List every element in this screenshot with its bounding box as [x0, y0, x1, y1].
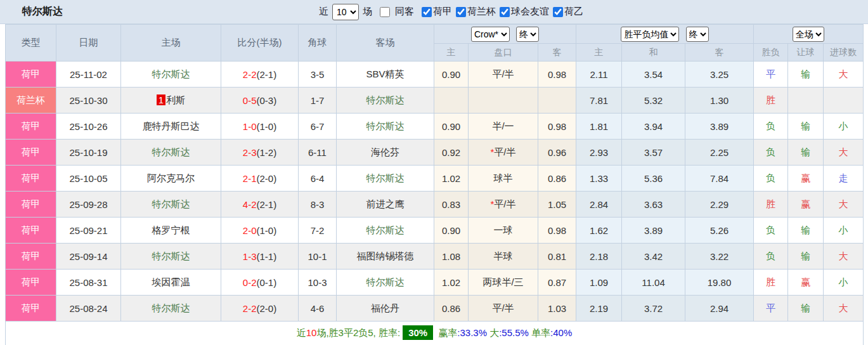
subcol-header-8: 进球数 — [824, 44, 864, 62]
goals-cell: 小 — [824, 270, 864, 296]
handicap-cell — [469, 88, 538, 114]
match-date: 25-09-28 — [56, 192, 121, 218]
avg-away-odds: 2.25 — [685, 140, 754, 166]
handicap-cell: 平/半 — [469, 296, 538, 322]
corner-cell: 4-6 — [299, 296, 337, 322]
home-team: 特尔斯达 — [121, 140, 221, 166]
result-cell: 平 — [754, 62, 788, 88]
avg-time-select[interactable]: 终 — [686, 27, 709, 42]
match-count-select[interactable]: 10 — [332, 4, 359, 20]
odds-away: 0.87 — [538, 270, 576, 296]
avg-home-odds: 1.33 — [576, 166, 622, 192]
subcol-header-3: 主 — [576, 44, 622, 62]
match-date: 25-10-05 — [56, 166, 121, 192]
subcol-header-2: 客 — [538, 44, 576, 62]
score-cell: 2-1(2-0) — [221, 166, 299, 192]
avg-odds-select[interactable]: 胜平负均值 — [621, 27, 679, 42]
match-row: 荷甲 25-10-19 特尔斯达 2-3(1-2) 6-11 海伦芬 0.92 … — [6, 140, 864, 166]
odds-away: 0.86 — [538, 166, 576, 192]
corner-cell: 8-3 — [299, 192, 337, 218]
subcol-header-6: 胜负 — [754, 44, 788, 62]
result-cell: 平 — [754, 296, 788, 322]
away-team: 前进之鹰 — [337, 192, 434, 218]
same-opponent-checkbox[interactable] — [380, 7, 390, 17]
league-filter-checkbox[interactable] — [456, 7, 466, 17]
col-header-away: 客场 — [337, 25, 434, 62]
result-cell: 负 — [754, 244, 788, 270]
match-date: 25-10-30 — [56, 88, 121, 114]
scope-select-cell: 全场 — [754, 25, 864, 44]
odds-home: 0.83 — [434, 192, 469, 218]
avg-draw-odds: 11.04 — [622, 270, 685, 296]
col-header-date: 日期 — [56, 25, 121, 62]
match-date: 25-10-19 — [56, 140, 121, 166]
league-filter-checkbox[interactable] — [500, 7, 510, 17]
avg-home-odds: 7.81 — [576, 88, 622, 114]
avg-away-odds: 3.25 — [685, 62, 754, 88]
bookmaker-select-cell: Crow* 终 — [434, 25, 576, 44]
match-row: 荷甲 25-11-02 特尔斯达 2-2(2-1) 3-5 SBV精英 0.90… — [6, 62, 864, 88]
match-row: 荷甲 25-09-28 特尔斯达 4-2(2-1) 8-3 前进之鹰 0.83 … — [6, 192, 864, 218]
avg-away-odds: 19.80 — [685, 270, 754, 296]
topbar: 特尔斯达 近 10 场 同客 荷甲荷兰杯球会友谊荷乙 — [0, 0, 868, 24]
avg-away-odds: 1.30 — [685, 88, 754, 114]
summary-text: :40% — [550, 327, 572, 338]
home-team: 特尔斯达 — [121, 244, 221, 270]
score-cell: 2-3(1-2) — [221, 140, 299, 166]
odds-home: 1.02 — [434, 166, 469, 192]
league-filter-checkbox[interactable] — [553, 7, 563, 17]
games-label: 场 — [363, 6, 372, 18]
subcol-header-7: 让球 — [788, 44, 824, 62]
odds-home: 0.90 — [434, 218, 469, 244]
match-date: 25-09-21 — [56, 218, 121, 244]
league-badge: 荷甲 — [6, 140, 56, 166]
away-team: 特尔斯达 — [337, 88, 434, 114]
avg-select-cell: 胜平负均值 终 — [576, 25, 754, 44]
match-date: 25-10-26 — [56, 114, 121, 140]
avg-draw-odds: 3.63 — [622, 192, 685, 218]
match-row: 荷甲 25-09-21 格罗宁根 2-0(1-0) 7-2 特尔斯达 0.90 … — [6, 218, 864, 244]
match-row: 荷甲 25-10-05 阿尔克马尔 2-1(2-0) 6-4 特尔斯达 1.02… — [6, 166, 864, 192]
away-team: SBV精英 — [337, 62, 434, 88]
avg-home-odds: 2.93 — [576, 140, 622, 166]
league-filter-0: 荷甲 — [418, 6, 452, 18]
bookmaker-time-select[interactable]: 终 — [516, 27, 539, 42]
corner-cell: 7-2 — [299, 218, 337, 244]
bookmaker-select[interactable]: Crow* — [471, 27, 510, 42]
league-filter-checkbox[interactable] — [422, 7, 432, 17]
avg-draw-odds: 5.36 — [622, 166, 685, 192]
match-row: 荷甲 25-10-26 鹿特丹斯巴达 1-0(1-0) 6-7 特尔斯达 0.9… — [6, 114, 864, 140]
home-team: 特尔斯达 — [121, 62, 221, 88]
subcol-header-1: 盘口 — [469, 44, 538, 62]
odds-home: 1.08 — [434, 244, 469, 270]
team-title: 特尔斯达 — [22, 5, 63, 18]
handicap-cell: 平/半 — [469, 62, 538, 88]
subcol-header-0: 主 — [434, 44, 469, 62]
summary-text: 大 — [487, 327, 499, 338]
odds-away: 1.03 — [538, 296, 576, 322]
score-cell: 2-2(2-0) — [221, 296, 299, 322]
col-header-corner: 角球 — [299, 25, 337, 62]
result-cell: 胜 — [754, 270, 788, 296]
avg-draw-odds: 3.57 — [622, 140, 685, 166]
odds-home — [434, 88, 469, 114]
league-filter-3: 荷乙 — [549, 6, 583, 18]
odds-away — [538, 88, 576, 114]
avg-away-odds: 3.89 — [685, 114, 754, 140]
league-filter-1: 荷兰杯 — [452, 6, 496, 18]
goals-cell: 大 — [824, 192, 864, 218]
corner-cell: 6-4 — [299, 166, 337, 192]
odds-home: 0.90 — [434, 62, 469, 88]
match-row: 荷兰杯 25-10-30 1利斯 0-5(0-3) 1-7 特尔斯达 7.81 … — [6, 88, 864, 114]
away-team: 福伦丹 — [337, 296, 434, 322]
rank-badge: 1 — [157, 94, 165, 105]
handicap-result-cell — [788, 88, 824, 114]
handicap-result-cell: 赢 — [788, 270, 824, 296]
avg-away-odds: 2.29 — [685, 192, 754, 218]
summary-text: :55.5% — [499, 327, 529, 338]
scope-select[interactable]: 全场 — [793, 27, 824, 42]
league-badge: 荷兰杯 — [6, 88, 56, 114]
odds-home: 0.92 — [434, 140, 469, 166]
match-date: 25-08-31 — [56, 270, 121, 296]
match-row: 荷甲 25-08-24 特尔斯达 2-2(2-0) 4-6 福伦丹 0.86 平… — [6, 296, 864, 322]
